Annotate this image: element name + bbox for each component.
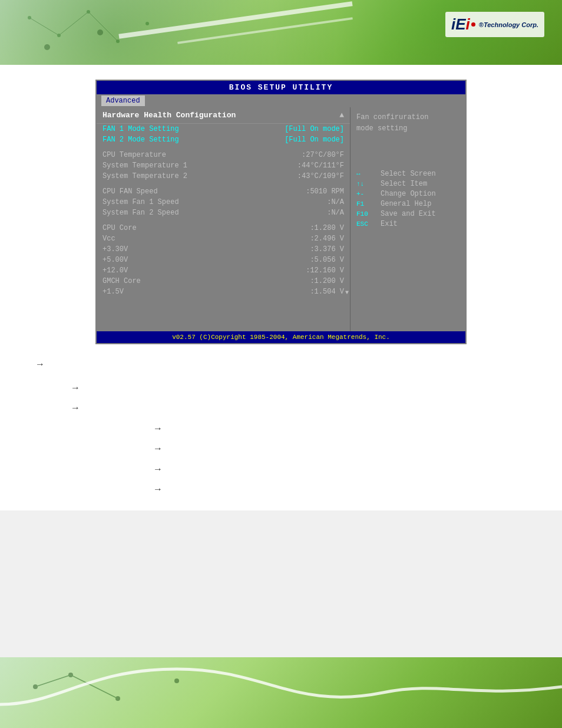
arrow-text-6: [170, 464, 172, 476]
bios-item-gmch: GMCH Core :1.200 V: [97, 276, 350, 286]
bios-title: BIOS SETUP UTILITY: [229, 83, 333, 92]
body-text-section: → → → → → → →: [0, 350, 562, 510]
fan1-label: FAN 1 Mode Setting: [103, 125, 285, 133]
logo-iei-text: iEi: [451, 15, 470, 34]
arrow-item-5: →: [153, 443, 527, 455]
fan2-value: [Full On mode]: [285, 136, 344, 144]
divider-3: [97, 218, 350, 223]
arrow-text-1: [52, 359, 54, 371]
f1-icon: F1: [356, 200, 377, 207]
bios-item-sys-fan2: System Fan 2 Speed :N/A: [97, 207, 350, 218]
arrow-text-3: [87, 403, 90, 414]
arrow-text-5: [170, 443, 172, 455]
bios-window: BIOS SETUP UTILITY Advanced Hardware Hea…: [95, 80, 467, 344]
svg-point-5: [44, 44, 50, 50]
bios-item-sys-fan1: System Fan 1 Speed :N/A: [97, 197, 350, 207]
bios-item-cpu-fan: CPU FAN Speed :5010 RPM: [97, 186, 350, 197]
arrow-icon-6: →: [153, 464, 163, 475]
svg-point-6: [97, 29, 103, 35]
bios-item-v15: +1.5V :1.504 V ▼: [97, 286, 350, 297]
bottom-banner: [0, 657, 562, 728]
esc-icon: ESC: [356, 220, 377, 228]
bios-left-panel: Hardware Health Configuration ▲ FAN 1 Mo…: [97, 107, 351, 331]
arrow-icon-5: →: [153, 443, 163, 454]
bios-right-panel: Fan confirurationmode setting ↔ Select S…: [351, 107, 465, 331]
svg-line-7: [29, 18, 59, 35]
bios-item-fan1[interactable]: FAN 1 Mode Setting [Full On mode]: [97, 124, 350, 134]
help-text: Fan confirurationmode setting: [356, 112, 459, 134]
indented-group-2: → → → →: [35, 423, 527, 496]
arrow-item-1: →: [35, 359, 527, 371]
bios-section: BIOS SETUP UTILITY Advanced Hardware Hea…: [0, 65, 562, 350]
arrow-item-6: →: [153, 464, 527, 476]
key-esc: ESC Exit: [356, 220, 459, 228]
arrow-item-4: →: [153, 423, 527, 435]
select-item-label: Select Item: [381, 180, 427, 188]
select-screen-label: Select Screen: [381, 170, 436, 178]
arrow-icon-7: →: [153, 484, 163, 495]
logo-container: iEi ®Technology Corp.: [445, 12, 544, 37]
arrow-item-7: →: [153, 484, 527, 496]
bios-item-v120: +12.0V :12.160 V: [97, 265, 350, 276]
arrow-ud-icon: ↑↓: [356, 180, 377, 187]
logo-dot: [471, 22, 475, 27]
plus-minus-icon: +-: [356, 190, 377, 197]
fan2-label: FAN 2 Mode Setting: [103, 136, 285, 144]
svg-line-9: [88, 12, 118, 41]
bios-item-sys-temp1: System Temperature 1 :44°C/111°F: [97, 160, 350, 171]
general-help-label: General Help: [381, 200, 431, 208]
svg-point-4: [146, 22, 149, 25]
bios-title-bar: BIOS SETUP UTILITY: [97, 81, 465, 94]
arrow-text-2: [87, 383, 90, 394]
bios-item-cpu-temp: CPU Temperature :27°C/80°F: [97, 150, 350, 160]
arrow-text-7: [170, 484, 172, 496]
exit-label: Exit: [381, 220, 398, 228]
key-change-option: +- Change Option: [356, 190, 459, 198]
divider-2: [97, 182, 350, 186]
key-select-screen: ↔ Select Screen: [356, 170, 459, 178]
arrow-item-2: →: [71, 383, 527, 394]
arrow-text-4: [170, 423, 172, 435]
bios-left-header: Hardware Health Configuration ▲: [97, 107, 350, 124]
arrow-icon-1: →: [35, 359, 45, 370]
change-option-label: Change Option: [381, 190, 436, 198]
arrow-icon-3: →: [71, 403, 80, 413]
bios-copyright: v02.57 (C)Copyright 1985-2004, American …: [172, 334, 390, 341]
bios-body: Hardware Health Configuration ▲ FAN 1 Mo…: [97, 107, 465, 331]
f10-icon: F10: [356, 210, 377, 218]
key-f1: F1 General Help: [356, 200, 459, 208]
bios-items-list: FAN 1 Mode Setting [Full On mode] FAN 2 …: [97, 124, 350, 297]
key-select-item: ↑↓ Select Item: [356, 180, 459, 188]
arrow-item-3: →: [71, 403, 527, 414]
bios-item-cpu-core: CPU Core :1.280 V: [97, 223, 350, 233]
bios-item-v500: +5.00V :5.056 V: [97, 255, 350, 265]
arrow-icon-2: →: [71, 383, 80, 393]
bios-menu-bar: Advanced: [97, 94, 465, 107]
bios-item-vcc: Vcc :2.496 V: [97, 233, 350, 244]
key-f10: F10 Save and Exit: [356, 210, 459, 218]
arrow-lr-icon: ↔: [356, 170, 377, 177]
indented-group-1: → →: [35, 383, 527, 414]
top-banner: iEi ®Technology Corp.: [0, 0, 562, 65]
bios-item-v330: +3.30V :3.376 V: [97, 244, 350, 255]
bios-item-sys-temp2: System Temperature 2 :43°C/109°F: [97, 171, 350, 182]
bios-item-fan2[interactable]: FAN 2 Mode Setting [Full On mode]: [97, 134, 350, 145]
svg-line-8: [59, 12, 88, 35]
scroll-down-arrow: ▼: [345, 289, 349, 296]
arrow-icon-4: →: [153, 423, 163, 434]
white-cable-svg: [0, 657, 562, 728]
logo-tech-text: ®Technology Corp.: [479, 21, 538, 28]
key-help-section: ↔ Select Screen ↑↓ Select Item +- Change…: [356, 170, 459, 228]
divider-1: [97, 145, 350, 150]
fan1-value: [Full On mode]: [285, 125, 344, 133]
menu-item-advanced[interactable]: Advanced: [101, 95, 145, 106]
bios-footer: v02.57 (C)Copyright 1985-2004, American …: [97, 331, 465, 343]
save-exit-label: Save and Exit: [381, 210, 436, 218]
